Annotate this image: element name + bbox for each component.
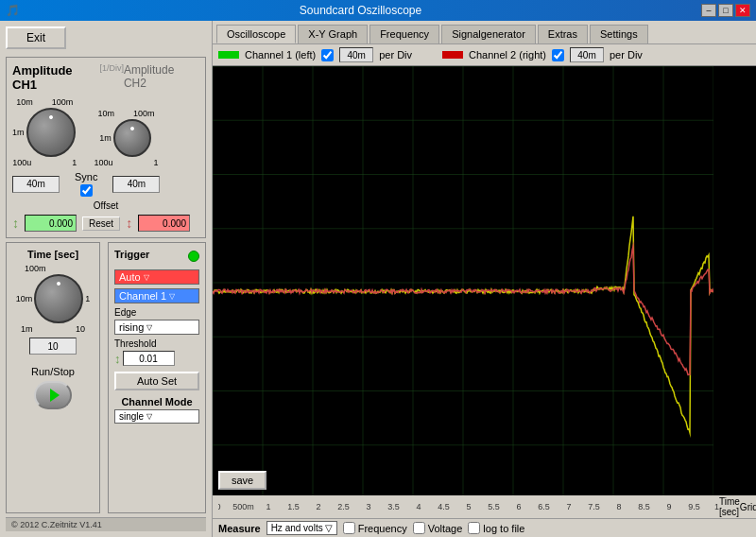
ch1-input[interactable]	[12, 176, 60, 193]
log-to-file-checkbox-label: log to file	[468, 522, 524, 534]
tab-xy-graph[interactable]: X-Y Graph	[298, 25, 368, 43]
threshold-label: Threshold	[114, 338, 199, 349]
ch1-top-labels: 10m 100m	[16, 97, 73, 107]
ch2-bottom-labels: 100u 1	[94, 158, 159, 167]
ch1-checkbox[interactable]	[321, 49, 334, 61]
ch1-sync-group	[12, 176, 60, 193]
measure-dropdown[interactable]: Hz and volts ▽	[266, 521, 337, 535]
ch2-input[interactable]	[112, 176, 160, 193]
ch2-offset-input[interactable]	[138, 215, 190, 232]
oscilloscope-canvas	[213, 66, 713, 495]
trigger-mode-label: Auto	[119, 271, 141, 283]
ch2-top-right: 100m	[133, 109, 155, 118]
save-button[interactable]: save	[218, 471, 266, 490]
time-section-title: Time [sec]	[12, 249, 94, 260]
ch2-color-indicator	[442, 51, 463, 59]
ch1-left-label: 1m	[12, 128, 25, 137]
channel-bar: Channel 1 (left) per Div Channel 2 (righ…	[213, 44, 756, 66]
channel-mode-section: Channel Mode single ▽	[114, 396, 199, 424]
amplitude-title: Amplitude CH1 [1/Div] Amplitude CH2	[12, 63, 199, 92]
ch2-knob[interactable]	[113, 119, 151, 157]
ch2-top-labels: 10m 100m	[98, 109, 155, 118]
voltage-checkbox[interactable]	[413, 522, 425, 534]
ch2-top-left: 10m	[98, 109, 115, 118]
exit-button[interactable]: Exit	[6, 26, 66, 49]
threshold-input-row: ↕	[114, 351, 199, 366]
edge-value-label: rising	[119, 321, 144, 333]
measure-label: Measure	[218, 523, 261, 534]
tab-settings[interactable]: Settings	[590, 25, 648, 43]
threshold-input[interactable]	[123, 351, 175, 366]
ch1-knob[interactable]	[26, 108, 76, 157]
tabs-bar: Oscilloscope X-Y Graph Frequency Signalg…	[213, 21, 756, 44]
window-icon: 🎵	[6, 4, 20, 17]
ch1-top-left: 10m	[16, 97, 33, 107]
time-left-label: 10m	[16, 294, 33, 303]
channel-mode-value: single	[119, 411, 144, 422]
offset-row: Offset ↕ Reset ↕	[12, 200, 199, 232]
ch1-per-div-input[interactable]	[339, 47, 373, 62]
frequency-label: Frequency	[358, 523, 407, 534]
tab-oscilloscope[interactable]: Oscilloscope	[216, 25, 296, 43]
run-stop-button[interactable]	[34, 381, 72, 409]
ch2-bottom-right: 1	[154, 158, 159, 167]
time-knob-group: 100m 10m 1 1m 10	[12, 264, 94, 334]
right-panel: Oscilloscope X-Y Graph Frequency Signalg…	[213, 21, 756, 537]
ch1-top-right: 100m	[52, 97, 74, 107]
sync-label-group: Sync	[75, 171, 97, 197]
frequency-checkbox[interactable]	[343, 522, 355, 534]
sync-label: Sync	[75, 171, 97, 182]
tab-frequency[interactable]: Frequency	[369, 25, 439, 43]
trigger-section: Trigger Auto ▽ Channel 1 ▽ Edge	[108, 242, 206, 513]
title-bar-buttons: – □ ✕	[701, 4, 750, 17]
edge-group: rising ▽	[114, 320, 199, 335]
time-axis-canvas	[218, 498, 719, 515]
ch1-offset-input[interactable]	[25, 215, 77, 232]
grid-group: Grid	[740, 501, 756, 513]
voltage-label: Voltage	[428, 523, 463, 534]
time-section: Time [sec] 100m 10m 1 1m 10	[6, 242, 100, 513]
voltage-checkbox-label: Voltage	[413, 522, 463, 534]
time-input[interactable]	[29, 338, 77, 355]
channel-mode-label: Channel Mode	[114, 396, 199, 407]
time-top-labels: 100m	[25, 264, 81, 273]
edge-label: Edge	[114, 307, 199, 318]
maximize-button[interactable]: □	[718, 4, 733, 17]
log-to-file-label: log to file	[483, 523, 524, 534]
copyright-bar: © 2012 C.Zeitnitz V1.41	[6, 517, 206, 531]
play-icon	[50, 389, 60, 402]
oscilloscope-area: save	[213, 66, 756, 495]
edge-dropdown[interactable]: rising ▽	[114, 320, 199, 335]
sync-checkbox[interactable]	[80, 184, 93, 197]
amplitude-section: Amplitude CH1 [1/Div] Amplitude CH2 10m …	[6, 57, 206, 238]
ch2-checkbox[interactable]	[552, 49, 564, 61]
trigger-mode-dropdown[interactable]: Auto ▽	[114, 269, 199, 285]
frequency-checkbox-label: Frequency	[343, 522, 407, 534]
tab-signal-generator[interactable]: Signalgenerator	[441, 25, 536, 43]
time-bottom-left: 1m	[21, 324, 33, 334]
grid-label: Grid	[740, 502, 756, 512]
trigger-channel-dropdown[interactable]: Channel 1 ▽	[114, 288, 199, 303]
time-knob[interactable]	[34, 274, 83, 323]
time-bottom-right: 10	[76, 324, 85, 334]
offset-label: Offset	[12, 200, 199, 211]
ch2-per-div-input[interactable]	[570, 47, 604, 62]
time-axis-label: Time [sec]	[719, 496, 740, 517]
reset-button[interactable]: Reset	[82, 217, 120, 231]
offset-section: ↕ Reset ↕	[12, 215, 199, 232]
minimize-button[interactable]: –	[701, 4, 716, 17]
tab-extras[interactable]: Extras	[538, 25, 588, 43]
trigger-header: Trigger	[114, 249, 199, 264]
auto-set-button[interactable]: Auto Set	[114, 372, 199, 390]
ch1-per-div-unit: per Div	[379, 49, 412, 61]
channel-mode-dropdown[interactable]: single ▽	[114, 409, 199, 424]
trigger-channel-group: Channel 1 ▽	[114, 288, 199, 303]
measure-bar: Measure Hz and volts ▽ Frequency Voltage…	[213, 518, 756, 537]
time-axis-bar: Time [sec] Grid	[213, 495, 756, 518]
close-button[interactable]: ✕	[735, 4, 750, 17]
ch2-left-label: 1m	[99, 133, 112, 143]
amplitude-ch2-label: Amplitude CH2	[124, 63, 199, 92]
amplitude-ch1-label: Amplitude CH1	[12, 63, 99, 92]
trigger-channel-label: Channel 1	[119, 290, 166, 302]
log-to-file-checkbox[interactable]	[468, 522, 480, 534]
